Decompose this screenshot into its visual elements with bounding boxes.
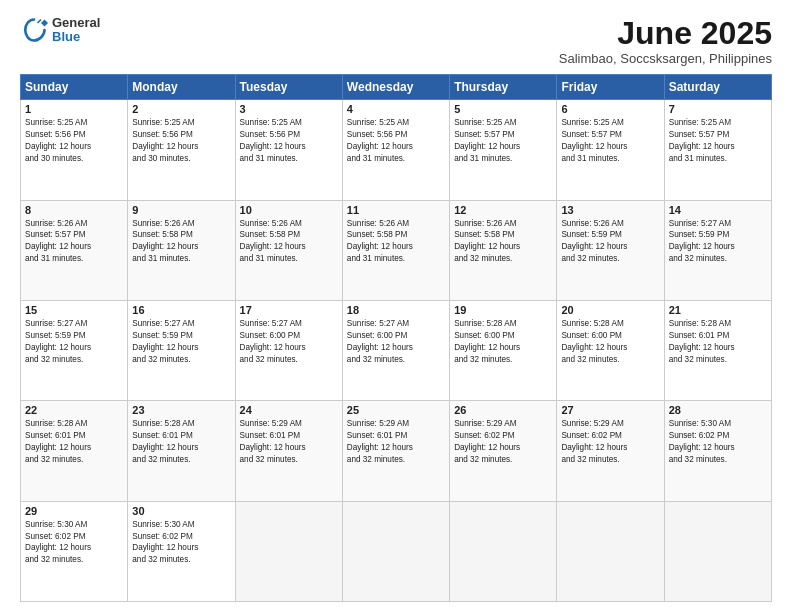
col-tuesday: Tuesday [235, 75, 342, 100]
day-number: 20 [561, 304, 659, 316]
table-row: 12Sunrise: 5:26 AMSunset: 5:58 PMDayligh… [450, 200, 557, 300]
day-number: 21 [669, 304, 767, 316]
table-row: 4Sunrise: 5:25 AMSunset: 5:56 PMDaylight… [342, 100, 449, 200]
day-number: 28 [669, 404, 767, 416]
logo: General Blue [20, 16, 100, 45]
table-row: 27Sunrise: 5:29 AMSunset: 6:02 PMDayligh… [557, 401, 664, 501]
day-number: 3 [240, 103, 338, 115]
calendar-header-row: Sunday Monday Tuesday Wednesday Thursday… [21, 75, 772, 100]
table-row: 18Sunrise: 5:27 AMSunset: 6:00 PMDayligh… [342, 300, 449, 400]
day-info: Sunrise: 5:29 AMSunset: 6:02 PMDaylight:… [561, 418, 659, 466]
table-row: 2Sunrise: 5:25 AMSunset: 5:56 PMDaylight… [128, 100, 235, 200]
day-number: 12 [454, 204, 552, 216]
day-info: Sunrise: 5:27 AMSunset: 5:59 PMDaylight:… [669, 218, 767, 266]
day-info: Sunrise: 5:26 AMSunset: 5:58 PMDaylight:… [454, 218, 552, 266]
table-row [235, 501, 342, 601]
day-info: Sunrise: 5:27 AMSunset: 6:00 PMDaylight:… [347, 318, 445, 366]
day-number: 25 [347, 404, 445, 416]
page: General Blue June 2025 Salimbao, Soccsks… [0, 0, 792, 612]
day-number: 10 [240, 204, 338, 216]
table-row [450, 501, 557, 601]
calendar-week-row: 1Sunrise: 5:25 AMSunset: 5:56 PMDaylight… [21, 100, 772, 200]
day-info: Sunrise: 5:30 AMSunset: 6:02 PMDaylight:… [132, 519, 230, 567]
logo-line2: Blue [52, 30, 100, 44]
day-number: 16 [132, 304, 230, 316]
table-row: 29Sunrise: 5:30 AMSunset: 6:02 PMDayligh… [21, 501, 128, 601]
table-row: 10Sunrise: 5:26 AMSunset: 5:58 PMDayligh… [235, 200, 342, 300]
day-info: Sunrise: 5:28 AMSunset: 6:01 PMDaylight:… [132, 418, 230, 466]
table-row: 5Sunrise: 5:25 AMSunset: 5:57 PMDaylight… [450, 100, 557, 200]
day-number: 8 [25, 204, 123, 216]
day-number: 14 [669, 204, 767, 216]
col-monday: Monday [128, 75, 235, 100]
day-info: Sunrise: 5:27 AMSunset: 6:00 PMDaylight:… [240, 318, 338, 366]
table-row: 6Sunrise: 5:25 AMSunset: 5:57 PMDaylight… [557, 100, 664, 200]
table-row: 13Sunrise: 5:26 AMSunset: 5:59 PMDayligh… [557, 200, 664, 300]
table-row: 3Sunrise: 5:25 AMSunset: 5:56 PMDaylight… [235, 100, 342, 200]
table-row: 14Sunrise: 5:27 AMSunset: 5:59 PMDayligh… [664, 200, 771, 300]
table-row: 26Sunrise: 5:29 AMSunset: 6:02 PMDayligh… [450, 401, 557, 501]
logo-text: General Blue [52, 16, 100, 45]
table-row: 22Sunrise: 5:28 AMSunset: 6:01 PMDayligh… [21, 401, 128, 501]
month-title: June 2025 [559, 16, 772, 51]
day-number: 11 [347, 204, 445, 216]
day-number: 17 [240, 304, 338, 316]
col-friday: Friday [557, 75, 664, 100]
day-info: Sunrise: 5:25 AMSunset: 5:57 PMDaylight:… [561, 117, 659, 165]
day-info: Sunrise: 5:26 AMSunset: 5:58 PMDaylight:… [347, 218, 445, 266]
table-row: 24Sunrise: 5:29 AMSunset: 6:01 PMDayligh… [235, 401, 342, 501]
table-row: 9Sunrise: 5:26 AMSunset: 5:58 PMDaylight… [128, 200, 235, 300]
day-info: Sunrise: 5:28 AMSunset: 6:00 PMDaylight:… [561, 318, 659, 366]
day-info: Sunrise: 5:30 AMSunset: 6:02 PMDaylight:… [669, 418, 767, 466]
day-info: Sunrise: 5:25 AMSunset: 5:56 PMDaylight:… [240, 117, 338, 165]
logo-icon [20, 16, 48, 44]
col-sunday: Sunday [21, 75, 128, 100]
day-info: Sunrise: 5:29 AMSunset: 6:01 PMDaylight:… [240, 418, 338, 466]
day-number: 6 [561, 103, 659, 115]
day-info: Sunrise: 5:25 AMSunset: 5:56 PMDaylight:… [25, 117, 123, 165]
day-number: 5 [454, 103, 552, 115]
day-number: 23 [132, 404, 230, 416]
day-info: Sunrise: 5:28 AMSunset: 6:00 PMDaylight:… [454, 318, 552, 366]
day-info: Sunrise: 5:25 AMSunset: 5:57 PMDaylight:… [669, 117, 767, 165]
day-info: Sunrise: 5:27 AMSunset: 5:59 PMDaylight:… [132, 318, 230, 366]
day-info: Sunrise: 5:25 AMSunset: 5:56 PMDaylight:… [132, 117, 230, 165]
day-info: Sunrise: 5:26 AMSunset: 5:58 PMDaylight:… [132, 218, 230, 266]
day-number: 30 [132, 505, 230, 517]
table-row: 30Sunrise: 5:30 AMSunset: 6:02 PMDayligh… [128, 501, 235, 601]
table-row: 11Sunrise: 5:26 AMSunset: 5:58 PMDayligh… [342, 200, 449, 300]
table-row: 16Sunrise: 5:27 AMSunset: 5:59 PMDayligh… [128, 300, 235, 400]
day-info: Sunrise: 5:29 AMSunset: 6:01 PMDaylight:… [347, 418, 445, 466]
day-info: Sunrise: 5:25 AMSunset: 5:57 PMDaylight:… [454, 117, 552, 165]
title-block: June 2025 Salimbao, Soccsksargen, Philip… [559, 16, 772, 66]
day-info: Sunrise: 5:25 AMSunset: 5:56 PMDaylight:… [347, 117, 445, 165]
table-row: 7Sunrise: 5:25 AMSunset: 5:57 PMDaylight… [664, 100, 771, 200]
table-row [342, 501, 449, 601]
col-thursday: Thursday [450, 75, 557, 100]
day-number: 18 [347, 304, 445, 316]
day-number: 15 [25, 304, 123, 316]
day-info: Sunrise: 5:29 AMSunset: 6:02 PMDaylight:… [454, 418, 552, 466]
table-row: 21Sunrise: 5:28 AMSunset: 6:01 PMDayligh… [664, 300, 771, 400]
day-number: 27 [561, 404, 659, 416]
calendar-week-row: 29Sunrise: 5:30 AMSunset: 6:02 PMDayligh… [21, 501, 772, 601]
table-row: 23Sunrise: 5:28 AMSunset: 6:01 PMDayligh… [128, 401, 235, 501]
day-number: 19 [454, 304, 552, 316]
calendar-week-row: 15Sunrise: 5:27 AMSunset: 5:59 PMDayligh… [21, 300, 772, 400]
day-number: 22 [25, 404, 123, 416]
day-info: Sunrise: 5:26 AMSunset: 5:57 PMDaylight:… [25, 218, 123, 266]
day-number: 4 [347, 103, 445, 115]
table-row: 28Sunrise: 5:30 AMSunset: 6:02 PMDayligh… [664, 401, 771, 501]
logo-line1: General [52, 16, 100, 30]
header: General Blue June 2025 Salimbao, Soccsks… [20, 16, 772, 66]
day-info: Sunrise: 5:27 AMSunset: 5:59 PMDaylight:… [25, 318, 123, 366]
col-wednesday: Wednesday [342, 75, 449, 100]
table-row [664, 501, 771, 601]
day-number: 7 [669, 103, 767, 115]
calendar-week-row: 8Sunrise: 5:26 AMSunset: 5:57 PMDaylight… [21, 200, 772, 300]
day-info: Sunrise: 5:28 AMSunset: 6:01 PMDaylight:… [25, 418, 123, 466]
table-row [557, 501, 664, 601]
table-row: 1Sunrise: 5:25 AMSunset: 5:56 PMDaylight… [21, 100, 128, 200]
day-info: Sunrise: 5:26 AMSunset: 5:58 PMDaylight:… [240, 218, 338, 266]
day-number: 13 [561, 204, 659, 216]
